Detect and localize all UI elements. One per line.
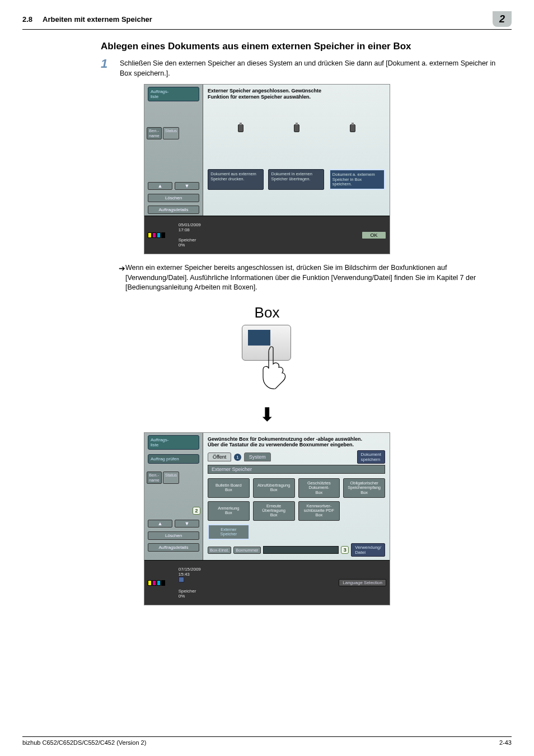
polling-box[interactable]: Abrufübertragung Box [253,478,295,498]
box-number-field[interactable] [263,546,339,554]
page-header: 2.8 Arbeiten mit externem Speicher 2 [22,11,512,30]
memory-icon [179,577,184,582]
main-area: Externer Speicher angeschlossen. Gewünsc… [203,85,390,216]
note-text: Wenn ein externer Speicher bereits anges… [125,263,495,293]
jobcheck-button[interactable]: Auftrag prüfen [148,454,199,464]
sidebar: Auftrags- liste Ben.- name Status ▲ ▼ Lö… [144,85,203,216]
chapter-badge: 2 [493,11,512,27]
delete-button[interactable]: Löschen [148,531,199,540]
box-settings-label: Box-Einst. [208,547,231,554]
status-date: 07/15/2009 [179,567,201,572]
password-pdf-box[interactable]: Kennwortver- schlüsselte PDF Box [298,501,340,521]
username-chip: Ben.- name [147,127,162,139]
username-chip: Ben.- name [147,472,162,484]
note: ➔ Wenn ein externer Speicher bereits ang… [119,263,495,293]
save-to-external-button[interactable]: Dokument in externen Speicher übertragen… [268,169,324,190]
external-memory-bar: Externer Speicher [208,465,385,474]
status-time: 17:08 [179,227,190,232]
page-footer: bizhub C652/C652DS/C552/C452 (Version 2)… [22,736,512,746]
up-arrow-button[interactable]: ▲ [148,520,172,528]
status-chip: Status [163,472,179,484]
step-number: 1 [101,57,120,71]
flow-arrow-icon: ⬇ [22,403,512,426]
main-area: Gewünschte Box für Dokumentnutzung oder … [203,433,390,561]
sidebar: Auftrags- liste Auftrag prüfen Ben.- nam… [144,433,203,561]
up-arrow-button[interactable]: ▲ [148,182,172,190]
save-document-button[interactable]: Dokument speichern [357,450,385,464]
arrow-icon: ➔ [119,263,125,293]
toner-indicator [148,232,165,238]
box-number-label: Boxnummer [233,547,260,554]
usb-box-icon [346,120,359,132]
section-title: Arbeiten mit externem Speicher [43,15,493,24]
language-selection-button[interactable]: Language Selection [339,579,386,586]
down-arrow-button[interactable]: ▼ [175,182,199,190]
toner-indicator [148,580,165,586]
footer-model: bizhub C652/C652DS/C552/C452 (Version 2) [22,739,146,746]
status-mem-label: Speicher [179,589,196,594]
memory-rx-box[interactable]: Obligatorischer Speicherempfang Box [343,478,385,498]
box-label: Box [22,304,512,321]
step-1: 1 Schließen Sie den externen Speicher an… [101,59,500,78]
callout-2: 2 [193,507,200,515]
usb-save-icon [291,120,303,132]
prompt-message: Gewünschte Box für Dokumentnutzung oder … [208,436,385,449]
callout-3: 3 [341,546,349,554]
status-bar: 07/15/2009 15:43 Speicher 0% Language Se… [144,560,390,605]
screenshot-box-selection: Auftrags- liste Auftrag prüfen Ben.- nam… [144,432,390,606]
status-mem-value: 0% [179,594,185,599]
status-mem-value: 0% [179,242,185,248]
delete-button[interactable]: Löschen [148,194,199,202]
status-date: 05/01/2009 [179,222,201,227]
bulletin-board-box[interactable]: Bulletin Board Box [208,478,250,498]
callout-1: 1 [233,453,241,461]
status-bar: 05/01/2009 17:08 Speicher 0% OK [144,216,390,254]
box-key-illustration: Box [22,304,512,398]
down-arrow-button[interactable]: ▼ [175,520,199,528]
print-from-external-button[interactable]: Dokument aus externem Speicher drucken. [208,169,264,190]
ok-button[interactable]: OK [362,231,386,239]
status-mem-label: Speicher [179,237,196,242]
prompt-message: Externer Speicher angeschlossen. Gewünsc… [208,88,385,100]
status-chip: Status [163,127,179,139]
job-details-button[interactable]: Auftragsdetails [148,543,199,552]
finger-icon [259,345,289,390]
footer-page: 2-43 [499,739,512,746]
usage-file-button[interactable]: Verwendung/ Datei [351,543,385,557]
retransmit-box[interactable]: Erneute Übertragung Box [253,501,295,521]
external-memory-box[interactable]: Externer Speicher [208,524,250,540]
secure-doc-box[interactable]: Geschütztes Dokument- Box [298,478,340,498]
status-time: 15:43 [179,572,190,577]
joblist-button[interactable]: Auftrags- liste [148,87,199,101]
topic-heading: Ablegen eines Dokuments aus einem extern… [101,41,512,52]
tab-public[interactable]: Öffent [208,452,231,461]
annotation-box[interactable]: Anmerkung Box [208,501,250,521]
tab-system[interactable]: System [244,452,271,461]
job-details-button[interactable]: Auftragsdetails [148,206,199,214]
joblist-button[interactable]: Auftrags- liste [148,435,199,450]
section-number: 2.8 [22,15,32,24]
usb-print-icon [235,120,247,132]
step-text: Schließen Sie den externen Speicher an d… [120,59,500,78]
save-external-to-box-button[interactable]: Dokument a. externem Speicher in Box spe… [329,169,385,190]
screenshot-external-memory-menu: Auftrags- liste Ben.- name Status ▲ ▼ Lö… [144,84,390,254]
